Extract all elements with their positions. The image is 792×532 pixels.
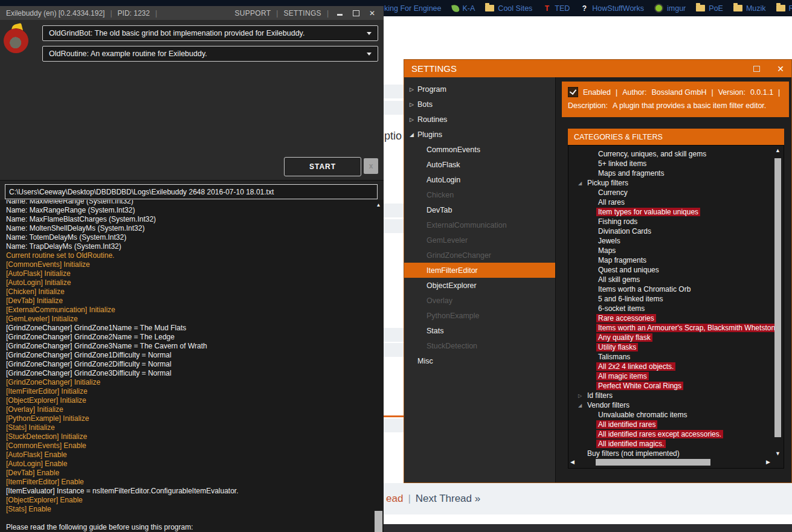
log-line: [ItemFilterEditor] Enable	[6, 478, 384, 487]
tree-item-commonevents[interactable]: CommonEvents	[404, 142, 555, 157]
maximize-button[interactable]	[350, 8, 361, 18]
filter-item-maps-and-fragments[interactable]: Maps and fragments	[568, 168, 784, 178]
info-separator: |	[616, 88, 617, 97]
filter-item-all-identified-magics[interactable]: All identified magics.	[568, 439, 784, 449]
settings-menu[interactable]: SETTINGS	[283, 9, 321, 18]
tree-item-stats[interactable]: Stats	[404, 323, 555, 338]
filter-item-perfect-white-coral-rings[interactable]: Perfect White Coral Rings	[568, 381, 784, 391]
tree-item-gemleveler[interactable]: GemLeveler	[404, 232, 555, 248]
filter-item-items-worth-a-chromatic-orb[interactable]: Items worth a Chromatic Orb	[568, 284, 784, 294]
bookmark-muzik[interactable]: Muzik	[733, 4, 766, 13]
bookmark-imgur[interactable]: imgur	[654, 4, 686, 13]
tree-item-autoflask[interactable]: AutoFlask	[404, 157, 555, 172]
filter-list[interactable]: ▲ ▼ ◀ ▶ Currency, uniques, and skill gem…	[568, 145, 784, 469]
log-output[interactable]: Name: MaxMeleeRange (System.Int32)Name: …	[0, 200, 384, 532]
scroll-up-icon[interactable]: ▲	[374, 202, 383, 208]
filter-item-currency[interactable]: Currency	[568, 188, 784, 197]
filter-item-quest-and-uniques[interactable]: Quest and uniques	[568, 265, 784, 275]
filter-item-utility-flasks[interactable]: Utility flasks	[568, 342, 784, 352]
next-thread-link[interactable]: Next Thread »	[416, 493, 480, 505]
scroll-left-icon[interactable]: ◀	[570, 458, 575, 466]
tree-item-chicken[interactable]: Chicken	[404, 187, 555, 202]
filter-item-label: Map fragments	[596, 256, 648, 264]
filter-item-maps[interactable]: Maps	[568, 246, 784, 255]
filter-item-id-filters[interactable]: ▷Id filters	[568, 391, 784, 400]
bookmark-recipies[interactable]: Recipies	[776, 4, 792, 13]
filter-item-item-types-for-valuable-uniques[interactable]: Item types for valuable uniques	[568, 207, 784, 217]
filter-item-all-magic-items[interactable]: All magic items	[568, 371, 784, 381]
tree-item-program[interactable]: ▷Program	[404, 82, 555, 97]
enabled-checkbox[interactable]	[568, 87, 578, 97]
filter-item-all-identified-rares-except-accessories[interactable]: All identified rares except accessories.	[568, 429, 784, 439]
tree-item-pythonexample[interactable]: PythonExample	[404, 308, 555, 323]
tree-item-label: ExternalCommunication	[427, 221, 507, 229]
minimize-button[interactable]	[334, 8, 345, 18]
filter-item-any-quality-flask[interactable]: Any quality flask	[568, 333, 784, 342]
tree-item-externalcommunication[interactable]: ExternalCommunication	[404, 217, 555, 232]
bot-select-dropdown[interactable]: OldGrindBot: The old basic grind bot imp…	[42, 25, 378, 41]
close-icon[interactable]: ✕	[777, 64, 784, 74]
filter-item-jewels[interactable]: Jewels	[568, 236, 784, 246]
filter-item-all-identified-rares[interactable]: All identified rares	[568, 420, 784, 429]
filter-item-vendor-filters[interactable]: ◢Vendor filters	[568, 400, 784, 410]
scroll-down-icon[interactable]: ▼	[773, 450, 782, 457]
tree-item-misc[interactable]: Misc	[404, 353, 555, 368]
tree-item-plugins[interactable]: ◢Plugins	[404, 127, 555, 142]
filter-vertical-scrollbar[interactable]: ▲ ▼	[773, 147, 782, 457]
bookmark-poe[interactable]: PoE	[696, 4, 723, 13]
tree-item-stuckdetection[interactable]: StuckDetection	[404, 338, 555, 353]
scrollbar-thumb[interactable]	[375, 511, 382, 532]
tree-item-routines[interactable]: ▷Routines	[404, 112, 555, 127]
settings-titlebar[interactable]: SETTINGS ✕	[404, 60, 791, 77]
filter-item-pickup-filters[interactable]: ◢Pickup filters	[568, 178, 784, 188]
filter-item-rare-accessories[interactable]: Rare accessories	[568, 313, 784, 323]
bookmark-label: king For Enginee	[384, 4, 442, 13]
filter-item-unvaluable-chromatic-items[interactable]: Unvaluable chromatic items	[568, 410, 784, 420]
tree-item-itemfiltereditor[interactable]: ItemFilterEditor	[404, 263, 555, 278]
bookmark-king-for-enginee[interactable]: king For Enginee	[384, 4, 442, 13]
filter-item-all-skill-gems[interactable]: All skill gems	[568, 275, 784, 284]
tree-item-autologin[interactable]: AutoLogin	[404, 172, 555, 187]
filter-item-buy-filters-not-implemented[interactable]: Buy filters (not implemented)	[568, 449, 784, 458]
previous-thread-link-fragment[interactable]: ead	[386, 493, 403, 505]
filter-item-all-rares[interactable]: All rares	[568, 197, 784, 207]
tree-item-overlay[interactable]: Overlay	[404, 293, 555, 308]
log-path-field[interactable]	[5, 184, 378, 199]
filter-item-fishing-rods[interactable]: Fishing rods	[568, 217, 784, 226]
log-scrollbar[interactable]: ▲	[374, 201, 383, 532]
maximize-icon[interactable]	[753, 66, 760, 72]
close-button[interactable]: ✕	[367, 8, 378, 18]
bookmark-howstuffworks[interactable]: ?HowStuffWorks	[580, 4, 644, 13]
filter-item-5-linked-items[interactable]: 5+ linked items	[568, 159, 784, 168]
tree-item-devtab[interactable]: DevTab	[404, 202, 555, 217]
filter-item-map-fragments[interactable]: Map fragments	[568, 255, 784, 265]
clear-log-button[interactable]: x	[364, 158, 378, 174]
routine-select-dropdown[interactable]: OldRoutine: An example routine for Exile…	[42, 46, 378, 62]
support-menu[interactable]: SUPPORT	[234, 9, 271, 18]
tree-item-grindzonechanger[interactable]: GrindZoneChanger	[404, 248, 555, 263]
filter-item-talismans[interactable]: Talismans	[568, 352, 784, 362]
expanded-arrow-icon: ◢	[410, 132, 417, 138]
scroll-up-icon[interactable]: ▲	[773, 147, 782, 153]
scroll-right-icon[interactable]: ▶	[766, 458, 770, 466]
log-line: [CommonEvents] Enable	[6, 441, 384, 450]
exilebuddy-titlebar[interactable]: Exilebuddy (en) [0.2.4334.192] | PID: 12…	[0, 6, 384, 20]
filter-item-6-socket-items[interactable]: 6-socket items	[568, 304, 784, 313]
start-button[interactable]: START	[284, 157, 361, 176]
filter-item-divination-cards[interactable]: Divination Cards	[568, 226, 784, 236]
filter-item-items-worth-an-armourer-s-scrap-blacksmith-whetston[interactable]: Items worth an Armourer's Scrap, Blacksm…	[568, 323, 784, 333]
filter-item-currency-uniques-and-skill-gems[interactable]: Currency, uniques, and skill gems	[568, 149, 784, 159]
question-icon: ?	[580, 4, 588, 13]
scrollbar-thumb[interactable]	[774, 158, 781, 437]
scrollbar-thumb[interactable]	[596, 459, 710, 466]
filter-horizontal-scrollbar[interactable]: ◀ ▶	[570, 458, 770, 466]
bookmark-ted[interactable]: TTED	[542, 4, 570, 13]
filter-item-all-2x2-4-linked-objects[interactable]: All 2x2 4 linked objects.	[568, 362, 784, 371]
log-line: Name: TotemDelayMs (System.Int32)	[6, 233, 384, 242]
bookmark-k-a[interactable]: K-A	[452, 4, 475, 13]
bookmark-cool-sites[interactable]: Cool Sites	[485, 4, 532, 13]
tree-item-objectexplorer[interactable]: ObjectExplorer	[404, 278, 555, 293]
filter-item-5-and-6-linked-items[interactable]: 5 and 6-linked items	[568, 294, 784, 304]
log-line: Name: MoltenShellDelayMs (System.Int32)	[6, 224, 384, 233]
tree-item-bots[interactable]: ▷Bots	[404, 97, 555, 112]
